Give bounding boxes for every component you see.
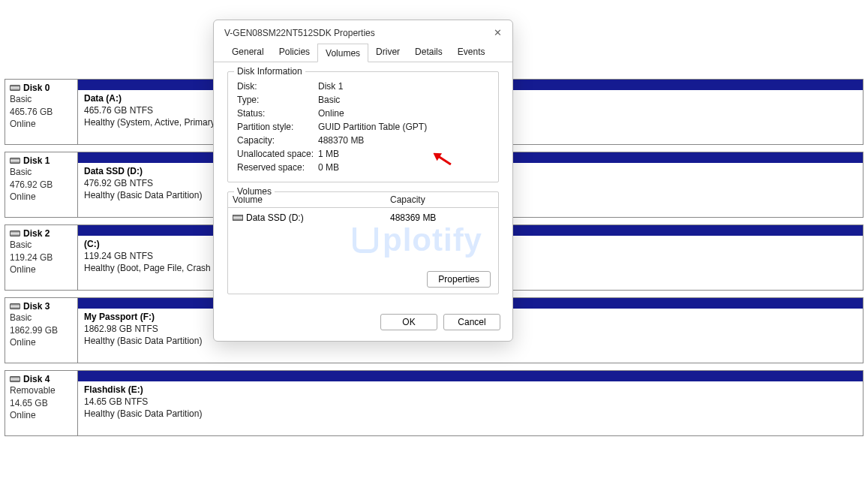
close-icon[interactable]: ✕ [493,29,502,38]
info-label: Disk: [237,81,318,92]
volume-name: Flashdisk (E:) [84,384,857,395]
disk-size: 119.24 GB [10,252,73,264]
info-label: Unallocated space: [237,149,318,159]
dialog-titlebar[interactable]: V-GEN08SM22NT512SDK Properties ✕ [214,20,512,43]
disk-icon [10,376,20,382]
disk-state: Online [10,119,73,131]
tab-policies[interactable]: Policies [272,43,317,62]
volume-size: 14.65 GB NTFS [84,396,857,407]
info-row: Partition style:GUID Partition Table (GP… [237,120,489,134]
disk-state: Online [10,410,73,422]
info-row: Reserved space:0 MB [237,161,489,174]
disk-state: Online [10,191,73,203]
info-label: Reserved space: [237,162,318,173]
tab-driver[interactable]: Driver [368,43,407,62]
disk-summary[interactable]: Disk 0Basic465.76 GBOnline [5,80,77,144]
disk-type: Basic [10,239,73,252]
disk-summary[interactable]: Disk 4Removable14.65 GBOnline [5,371,77,435]
disk-size: 476.92 GB [10,179,73,191]
disk-type: Basic [10,167,73,179]
tab-events[interactable]: Events [450,43,493,62]
disk-name: Disk 0 [23,83,50,93]
info-row: Type:Basic [237,93,489,107]
disk-type: Basic [10,94,73,106]
disk-size: 465.76 GB [10,107,73,119]
properties-dialog: V-GEN08SM22NT512SDK Properties ✕ General… [213,20,513,342]
disk-name: Disk 2 [23,228,50,239]
disk-summary[interactable]: Disk 1Basic476.92 GBOnline [5,152,77,217]
tab-details[interactable]: Details [407,43,450,62]
info-label: Partition style: [237,122,318,132]
info-value: Disk 1 [318,81,489,92]
disk-icon [233,215,243,221]
group-label: Disk Information [234,66,305,77]
info-label: Type: [237,95,318,105]
info-value: Basic [318,95,489,105]
volume-list-row[interactable]: Data SSD (D:)488369 MB [233,211,494,224]
disk-icon [10,303,20,309]
dialog-title: V-GEN08SM22NT512SDK Properties [224,28,493,38]
disk-information-group: Disk Information Disk:Disk 1Type:BasicSt… [227,71,499,182]
disk-summary[interactable]: Disk 2Basic119.24 GBOnline [5,225,77,290]
capacity-col-header: Capacity [390,194,494,205]
info-row: Status:Online [237,107,489,120]
info-value: 0 MB [318,162,489,173]
disk-state: Online [10,337,73,349]
disk-name: Disk 4 [23,374,50,384]
info-value: 488370 MB [318,135,489,146]
disk-type: Basic [10,312,73,324]
disk-volume-area[interactable]: Flashdisk (E:)14.65 GB NTFSHealthy (Basi… [77,371,863,435]
cancel-button[interactable]: Cancel [443,314,500,330]
disk-name: Disk 1 [23,155,50,166]
ok-button[interactable]: OK [380,314,437,330]
tab-volumes[interactable]: Volumes [317,44,368,62]
tab-general[interactable]: General [224,43,272,62]
info-row: Capacity:488370 MB [237,134,489,147]
disk-type: Removable [10,385,73,397]
disk-state: Online [10,264,73,276]
disk-icon [10,230,20,236]
group-label: Volumes [234,186,275,197]
info-value: Online [318,108,489,119]
disk-size: 1862.99 GB [10,325,73,337]
volume-properties-button[interactable]: Properties [427,271,491,288]
disk-name: Disk 3 [23,301,50,312]
volume-capacity: 488369 MB [390,212,494,223]
volume-name: Data SSD (D:) [246,212,304,223]
dialog-footer: OK Cancel [214,308,512,341]
info-value: 1 MB [318,149,489,159]
disk-row[interactable]: Disk 4Removable14.65 GBOnlineFlashdisk (… [5,370,863,436]
dialog-tabs: GeneralPoliciesVolumesDriverDetailsEvent… [214,43,512,62]
volume-status: Healthy (Basic Data Partition) [84,408,857,419]
disk-summary[interactable]: Disk 3Basic1862.99 GBOnline [5,298,77,363]
disk-icon [10,158,20,164]
info-row: Disk:Disk 1 [237,80,489,93]
disk-size: 14.65 GB [10,398,73,410]
info-value: GUID Partition Table (GPT) [318,122,489,132]
info-row: Unallocated space:1 MB [237,147,489,161]
disk-icon [10,85,20,91]
info-label: Status: [237,108,318,119]
info-label: Capacity: [237,135,318,146]
volume-stripe [78,371,863,381]
volumes-group: Volumes Volume Capacity Data SSD (D:)488… [227,191,499,294]
